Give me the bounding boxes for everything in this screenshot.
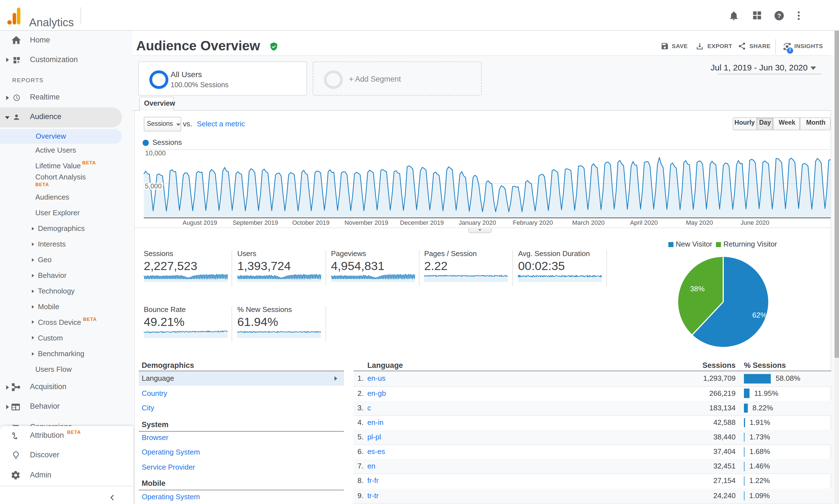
svg-text:?: ?	[777, 12, 781, 19]
